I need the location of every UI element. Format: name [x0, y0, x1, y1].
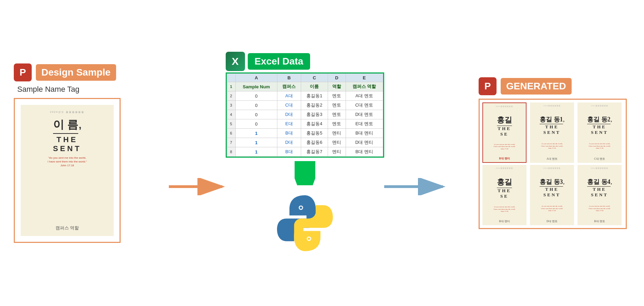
col-header-rownum: [227, 74, 235, 82]
generated-label-row: P GENERATED: [479, 77, 572, 95]
col-header-c: C: [301, 74, 328, 82]
card-quote: "As you sent me into the world, I have s…: [48, 156, 87, 168]
table-row-6: 6 1 B대 홍길동5 멘티 B대 멘티: [227, 129, 383, 138]
gen-card-6: 2024봄봄봄봄봄봄 홍길 동4 , THE SENT As you sent …: [577, 165, 622, 225]
excel-x-icon: X: [226, 52, 245, 71]
card-campus-role: 캠퍼스 역할: [55, 225, 79, 231]
excel-table: A B C D E 1 Sample Num 캠퍼스 이름: [227, 73, 383, 157]
main-container: P Design Sample Sample Name Tag 2024년도 봄…: [0, 0, 644, 306]
table-row-7: 7 1 D대 홍길동6 멘티 D대 멘티: [227, 138, 383, 147]
excel-title-row: X Excel Data: [226, 52, 384, 71]
arrow-right-orange: [169, 178, 227, 197]
cell-1b: 캠퍼스: [277, 82, 301, 91]
svg-point-9: [308, 237, 310, 240]
cell-1d: 역할: [328, 82, 346, 91]
row-num-1: 1: [227, 82, 235, 91]
col-header-a: A: [235, 74, 277, 82]
table-row-5: 5 0 E대 홍길동4 멘토 E대 멘토: [227, 119, 383, 129]
gen-card-5: 2024봄봄봄봄봄봄 홍길 동3 , THE SENT As you sent …: [530, 165, 574, 225]
excel-table-wrapper: A B C D E 1 Sample Num 캠퍼스 이름: [226, 72, 384, 158]
left-section: P Design Sample Sample Name Tag 2024년도 봄…: [14, 63, 131, 243]
table-row-8: 8 1 B대 홍길동7 멘티 B대 멘티: [227, 147, 383, 157]
right-section: P GENERATED 2024봄봄봄봄봄봄 홍길 THE SE As you …: [479, 77, 630, 229]
card-name-area: 이 름 , THE SENT: [53, 117, 82, 153]
svg-point-7: [299, 206, 302, 209]
col-header-b: B: [277, 74, 301, 82]
arrow-right-blue: [384, 178, 448, 197]
sample-name-tag-card: 2024년도 봄봄봄봄봄봄 이 름 , THE SENT "As you sen…: [21, 105, 114, 236]
python-logo: [274, 192, 336, 254]
card-top-text: 2024년도 봄봄봄봄봄봄: [50, 110, 84, 114]
cell-1c: 이름: [301, 82, 328, 91]
gen-card-3: 2024봄봄봄봄봄봄 홍길 동2 , THE SENT As you sent …: [577, 102, 622, 163]
cell-1e: 캠퍼스 역할: [346, 82, 383, 91]
cell-1a: Sample Num: [235, 82, 277, 91]
gen-card-4: 2024봄봄봄봄봄봄 홍길 THE SE As you sent me into…: [482, 165, 527, 225]
table-row-4: 4 0 D대 홍길동3 멘토 D대 멘토: [227, 110, 383, 119]
design-sample-label-row: P Design Sample: [14, 63, 116, 81]
card-the: THE: [57, 135, 78, 144]
card-name-korean: 이 름: [53, 117, 78, 134]
ppt-icon-left: P: [14, 63, 32, 81]
design-sample-title: Design Sample: [36, 64, 116, 81]
excel-container: X Excel Data A B C D E: [226, 52, 384, 158]
table-row-3: 3 0 C대 홍길동2 멘토 C대 멘토: [227, 101, 383, 110]
gen-card-1: 2024봄봄봄봄봄봄 홍길 THE SE As you sent me into…: [482, 102, 527, 163]
ppt-icon-right: P: [479, 77, 497, 95]
card-sent: SENT: [53, 144, 82, 153]
generated-title: GENERATED: [501, 78, 572, 95]
gen-card-2: 2024봄봄봄봄봄봄 홍길 동1 , THE SENT As you sent …: [530, 102, 574, 163]
col-header-e: E: [346, 74, 383, 82]
card-comma: ,: [79, 120, 82, 131]
generated-grid-container: 2024봄봄봄봄봄봄 홍길 THE SE As you sent me into…: [479, 99, 627, 229]
col-header-d: D: [328, 74, 346, 82]
excel-title-text: Excel Data: [248, 53, 310, 70]
generated-grid: 2024봄봄봄봄봄봄 홍길 THE SE As you sent me into…: [482, 102, 623, 225]
table-row-2: 2 0 A대 홍길동1 멘토 A대 멘토: [227, 91, 383, 101]
arrow-down: [295, 161, 315, 185]
center-section: X Excel Data A B C D E: [222, 52, 388, 254]
sample-name-tag-label: Sample Name Tag: [17, 85, 80, 94]
sample-card-container: 2024년도 봄봄봄봄봄봄 이 름 , THE SENT "As you sen…: [14, 98, 121, 243]
table-row-header: 1 Sample Num 캠퍼스 이름 역할 캠퍼스 역할: [227, 82, 383, 91]
